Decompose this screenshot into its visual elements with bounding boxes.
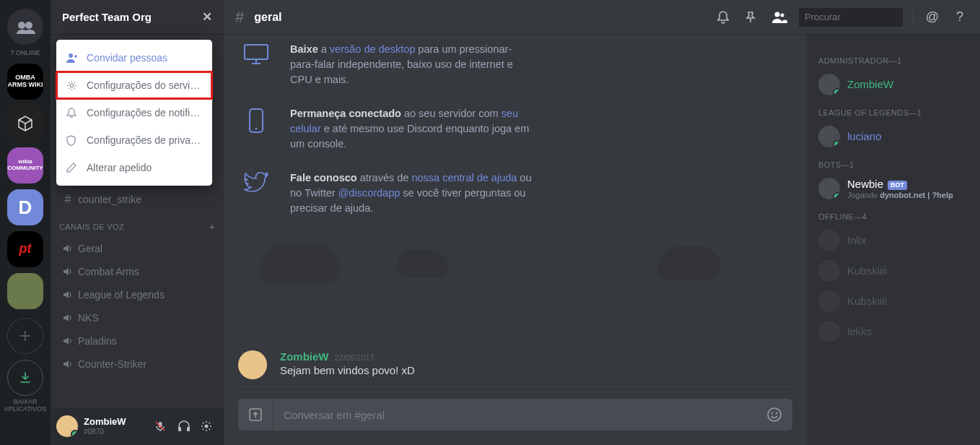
svg-point-16 — [69, 53, 73, 58]
server-header[interactable]: Perfect Team Org ✕ — [51, 0, 224, 35]
member-list: ADMINISTRADOR—1ZombieWLEAGUE OF LEGENDS—… — [807, 35, 980, 445]
notifications-icon[interactable] — [717, 10, 734, 25]
voice-category-header[interactable]: CANAIS DE VOZ + — [59, 221, 215, 233]
member-name: Kubskiiii — [847, 264, 887, 277]
guild-game[interactable] — [7, 273, 43, 309]
add-voice-channel-icon[interactable]: + — [209, 221, 215, 233]
speaker-icon — [62, 313, 74, 323]
member-avatar — [818, 321, 840, 342]
voice-channel-combat-arms[interactable]: Combat Arms — [56, 260, 218, 283]
svg-rect-9 — [245, 45, 268, 59]
help-center-link[interactable]: nossa central de ajuda — [411, 172, 517, 183]
messages-area: Baixe a versão de desktop para um pressi… — [224, 35, 807, 445]
monitor-icon — [238, 42, 274, 87]
guild-omba[interactable]: OMBA ARMS WIKI — [7, 64, 43, 100]
member-kubskiiii[interactable]: Kubskiiii — [813, 256, 974, 286]
menu-notification-settings[interactable]: Configurações de notifi… — [56, 99, 212, 126]
member-name: luciano — [847, 130, 882, 142]
member-activity: Jogando dynobot.net | ?help — [847, 191, 953, 199]
status-online-icon — [71, 430, 78, 437]
menu-privacy-settings[interactable]: Configurações de priva… — [56, 126, 212, 154]
menu-invite[interactable]: Convidar pessoas — [56, 44, 212, 72]
guild-wikia[interactable]: wikia COMMUNITY — [7, 147, 43, 183]
member-list-icon[interactable] — [771, 11, 789, 24]
svg-point-11 — [255, 128, 258, 130]
server-menu: Convidar pessoas Configurações do servi…… — [56, 40, 212, 186]
menu-server-settings[interactable]: Configurações do servi… — [56, 72, 212, 99]
speaker-icon — [62, 290, 74, 300]
message-author[interactable]: ZombieW — [280, 350, 329, 363]
svg-point-15 — [776, 412, 777, 414]
svg-point-0 — [18, 22, 25, 29]
member-name: ZombieW — [847, 78, 893, 90]
chat-input-placeholder: Conversar em #geral — [284, 409, 756, 421]
user-settings-icon[interactable] — [201, 420, 218, 432]
help-icon[interactable]: ? — [951, 9, 968, 25]
channel-label: Counter-Striker — [78, 358, 146, 370]
download-apps-button[interactable] — [7, 360, 43, 396]
twitter-link[interactable]: @discordapp — [338, 187, 401, 199]
member-luciano[interactable]: luciano — [813, 121, 974, 152]
voice-channel-counter-striker[interactable]: Counter-Striker — [56, 353, 218, 376]
member-lekks[interactable]: lekks — [813, 316, 974, 347]
search-box[interactable] — [799, 8, 903, 27]
guild-discord[interactable]: D — [7, 189, 43, 225]
home-guild-icon[interactable] — [7, 9, 43, 45]
desktop-link[interactable]: versão de desktop — [330, 43, 416, 55]
svg-point-6 — [775, 12, 780, 17]
member-zombiew[interactable]: ZombieW — [813, 69, 974, 100]
member-group-header: LEAGUE OF LEGENDS—1 — [813, 108, 974, 117]
member-newbie[interactable]: NewbieBOTJogando dynobot.net | ?help — [813, 173, 974, 204]
decorative-blobs — [238, 235, 792, 285]
bot-tag: BOT — [888, 181, 907, 189]
svg-point-1 — [25, 22, 32, 29]
add-server-button[interactable]: + — [7, 318, 43, 354]
online-count-label: 7 ONLINE — [10, 49, 40, 56]
message-timestamp: 22/06/2017 — [335, 353, 375, 362]
guild-pt[interactable]: pt — [7, 231, 43, 267]
svg-point-5 — [205, 425, 209, 428]
mentions-icon[interactable]: @ — [924, 9, 941, 25]
search-input[interactable] — [805, 12, 926, 22]
mute-icon[interactable] — [154, 420, 172, 432]
guild-loot[interactable] — [7, 105, 43, 142]
speaker-icon — [62, 267, 74, 277]
member-kubskiiii[interactable]: Kubskiiii — [813, 286, 974, 316]
member-group-header: BOTS—1 — [813, 160, 974, 169]
hash-icon: # — [235, 8, 244, 27]
channel-label: Geral — [78, 243, 102, 254]
member-avatar — [818, 260, 840, 282]
deafen-icon[interactable] — [178, 420, 195, 432]
member-name: lekks — [847, 325, 872, 337]
member-name: Kubskiiii — [847, 295, 887, 307]
emoji-picker-icon[interactable] — [766, 407, 782, 423]
voice-channel-nks[interactable]: NKS — [56, 306, 218, 329]
menu-change-nickname[interactable]: Alterar apelido — [56, 154, 212, 181]
channel-label: NKS — [78, 312, 99, 324]
member-name: Newbie — [847, 178, 883, 190]
self-username: ZombieW — [84, 417, 149, 427]
self-avatar[interactable] — [56, 415, 78, 437]
bell-icon — [66, 108, 78, 118]
member-group-header: OFFLINE—4 — [813, 212, 974, 221]
voice-channel-geral[interactable]: Geral — [56, 237, 218, 260]
close-server-menu-icon[interactable]: ✕ — [202, 9, 212, 25]
message: ZombieW 22/06/2017 Sejam bem vindos povo… — [224, 343, 807, 386]
welcome-block: Baixe a versão de desktop para um pressi… — [224, 35, 807, 343]
speaker-icon — [62, 243, 74, 254]
upload-icon[interactable] — [248, 399, 274, 431]
shield-icon — [66, 135, 78, 146]
pin-icon[interactable] — [744, 11, 761, 24]
member-name: Inlix — [847, 234, 867, 246]
text-channel-counter-strike[interactable]: # counter_strike — [56, 188, 218, 211]
member-inlix[interactable]: Inlix — [813, 225, 974, 256]
chat-input[interactable]: Conversar em #geral — [238, 399, 792, 431]
member-avatar — [818, 126, 840, 147]
voice-channel-league-of-legends[interactable]: League of Legends — [56, 283, 218, 306]
member-avatar — [818, 178, 840, 199]
svg-point-14 — [771, 412, 773, 414]
main-column: # geral @ ? Baixe — [224, 0, 980, 445]
message-avatar[interactable] — [238, 350, 267, 379]
self-discriminator: #0870 — [84, 428, 149, 436]
voice-channel-paladins[interactable]: Paladins — [56, 329, 218, 353]
